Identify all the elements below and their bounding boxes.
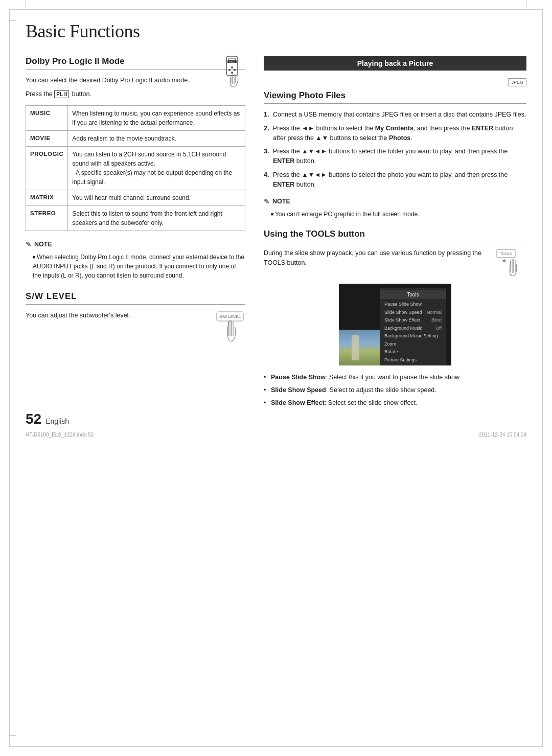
tools-intro-text: During the slide show playback, you can …	[264, 248, 490, 268]
svg-point-5	[231, 72, 233, 74]
dolby-heading: Dolby Pro Logic II Mode	[26, 56, 245, 70]
tools-menu-item: Rotate	[380, 348, 446, 356]
mode-label: MATRIX	[26, 190, 68, 205]
two-column-layout: Dolby Pro Logic II Mode	[26, 56, 526, 411]
jpeg-icon: JPEG	[508, 78, 526, 86]
tools-menu-overlay: Tools Pause Slide ShowSlide Show SpeedNo…	[380, 288, 446, 365]
mode-label: STEREO	[26, 205, 68, 231]
menu-item-label: Slide Show Effect	[384, 317, 420, 324]
table-row: PROLOGICYou can listen to a 2CH sound so…	[26, 146, 245, 190]
svg-point-3	[228, 69, 231, 71]
svg-text:DPLII: DPLII	[229, 61, 235, 63]
list-item: Connect a USB memory that contains JPEG …	[264, 110, 526, 120]
list-item: Slide Show Effect: Select set the slide …	[264, 398, 526, 408]
tools-button-icon: TOOLS ★	[496, 248, 526, 277]
page-title: Basic Functions	[26, 20, 526, 42]
list-item: Press the ▲▼◄► buttons to select the fol…	[264, 147, 526, 166]
dolby-logo-inline: PL II	[54, 90, 69, 98]
tools-intro: During the slide show playback, you can …	[264, 248, 526, 277]
mode-description: When listening to music, you can experie…	[68, 105, 245, 130]
viewing-note-icon: ✎	[264, 196, 270, 207]
page-number-box: 52 English	[26, 411, 69, 427]
sw-heading: S/W LEVEL	[26, 291, 245, 305]
tools-menu-item: Picture Settings	[380, 356, 446, 364]
menu-item-label: Information	[384, 364, 407, 365]
viewing-note-label: NOTE	[272, 197, 290, 207]
list-item: You can't enlarge PG graphic in the full…	[271, 210, 526, 219]
page-language: English	[45, 417, 69, 425]
mode-description: Select this to listen to sound from the …	[68, 205, 245, 231]
mode-description: You can listen to a 2CH sound source in …	[68, 146, 245, 190]
dolby-note-list: When selecting Dolby Pro Logic II mode, …	[26, 253, 245, 280]
menu-item-label: Pause Slide Show	[384, 301, 422, 308]
page-content: Basic Functions Dolby Pro Logic II Mode	[0, 0, 552, 442]
tools-menu-item: Slide Show EffectBlind	[380, 316, 446, 325]
list-item: Press the ◄► buttons to select the My Co…	[264, 124, 526, 143]
note-icon: ✎	[26, 239, 32, 250]
tools-menu-item: Zoom	[380, 340, 446, 349]
menu-item-value: Normal	[427, 309, 442, 316]
viewing-steps-list: Connect a USB memory that contains JPEG …	[264, 110, 526, 189]
sw-remote-icon: S/W LEVEL	[215, 311, 245, 347]
viewing-note-box: ✎ NOTE You can't enlarge PG graphic in t…	[264, 196, 526, 219]
svg-point-2	[231, 66, 233, 68]
mode-label: MUSIC	[26, 105, 68, 130]
list-item: When selecting Dolby Pro Logic II mode, …	[33, 253, 245, 280]
menu-item-value: Blind	[431, 317, 442, 324]
right-column: Playing back a Picture JPEG Viewing Phot…	[264, 56, 526, 411]
sw-text: You can adjust the subwoofer's level.	[26, 311, 210, 320]
viewing-heading: Viewing Photo Files	[264, 90, 526, 104]
tools-menu-item: Background MusicOff	[380, 325, 446, 333]
mode-table: MUSICWhen listening to music, you can ex…	[26, 105, 245, 231]
tools-menu-title: Tools	[380, 290, 446, 299]
tools-heading: Using the TOOLS button	[264, 229, 526, 242]
left-column: Dolby Pro Logic II Mode	[26, 56, 245, 411]
tools-menu-item: Slide Show SpeedNormal	[380, 309, 446, 317]
viewing-section: Viewing Photo Files Connect a USB memory…	[264, 90, 526, 219]
list-item: Pause Slide Show: Select this if you wan…	[264, 373, 526, 382]
menu-item-label: Picture Settings	[384, 357, 417, 364]
dolby-section: Dolby Pro Logic II Mode	[26, 56, 245, 280]
page-footer: 52 English HT-D5100_ELS_1224.indd 52 201…	[26, 411, 526, 427]
list-item: Slide Show Speed: Select to adjust the s…	[264, 385, 526, 395]
dolby-note-box: ✎ NOTE When selecting Dolby Pro Logic II…	[26, 239, 245, 280]
mode-description: Adds realism to the movie soundtrack.	[68, 130, 245, 146]
footer-date: 2011-12-24 10:04:04	[479, 432, 526, 438]
svg-text:TOOLS: TOOLS	[500, 252, 512, 256]
dolby-note-label: NOTE	[34, 240, 52, 249]
landscape-bg	[339, 330, 385, 365]
mode-label: MOVIE	[26, 130, 68, 146]
menu-item-label: Slide Show Speed	[384, 309, 422, 316]
tools-menu-item: Information	[380, 364, 446, 365]
tools-menu-item: Pause Slide Show	[380, 301, 446, 309]
table-row: MATRIXYou will hear multi channel surrou…	[26, 190, 245, 205]
jpeg-icon-row: JPEG	[264, 78, 526, 86]
column-element	[352, 335, 359, 360]
sw-section: S/W LEVEL You can adjust the subwoofer's…	[26, 291, 245, 347]
footer-file: HT-D5100_ELS_1224.indd 52	[26, 432, 94, 438]
svg-text:S/W LEVEL: S/W LEVEL	[219, 314, 241, 319]
dolby-remote-icon: DPLII	[217, 55, 245, 88]
menu-item-label: Background Music Setting	[384, 333, 438, 340]
list-item: Press the ▲▼◄► buttons to select the pho…	[264, 170, 526, 190]
menu-item-label: Rotate	[384, 349, 398, 356]
tools-section: Using the TOOLS button During the slide …	[264, 229, 526, 407]
page-number: 52	[26, 411, 41, 427]
sw-content: You can adjust the subwoofer's level. S/…	[26, 311, 245, 347]
viewing-note-list: You can't enlarge PG graphic in the full…	[264, 210, 526, 219]
mode-label: PROLOGIC	[26, 146, 68, 190]
tools-bullet-list: Pause Slide Show: Select this if you wan…	[264, 373, 526, 407]
table-row: MOVIEAdds realism to the movie soundtrac…	[26, 130, 245, 146]
dolby-intro: You can select the desired Dolby Pro Log…	[26, 76, 245, 85]
dolby-press: Press the PL II button.	[26, 90, 245, 98]
mode-description: You will hear multi channel surround sou…	[68, 190, 245, 205]
playing-back-banner: Playing back a Picture	[264, 56, 526, 71]
tools-screenshot: Tools Pause Slide ShowSlide Show SpeedNo…	[339, 284, 451, 365]
menu-item-value: Off	[435, 325, 442, 332]
menu-item-label: Zoom	[384, 341, 396, 348]
dolby-note-heading: ✎ NOTE	[26, 239, 245, 250]
menu-item-label: Background Music	[384, 325, 422, 332]
tools-menu-item: Background Music Setting	[380, 332, 446, 340]
tools-menu-items: Pause Slide ShowSlide Show SpeedNormalSl…	[380, 301, 446, 365]
svg-text:★: ★	[501, 257, 507, 264]
